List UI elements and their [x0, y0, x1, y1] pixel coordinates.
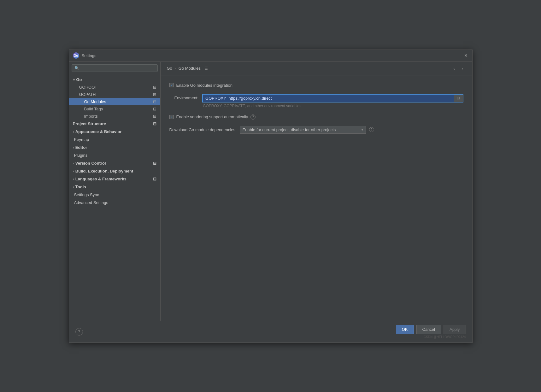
enable-vendoring-checkbox[interactable]	[169, 115, 174, 119]
ok-button[interactable]: OK	[396, 325, 414, 334]
enable-modules-checkbox[interactable]	[169, 83, 174, 87]
download-dependencies-label: Download Go module dependencies:	[169, 127, 237, 132]
environment-row: Environment: ⊟ GOPROXY, GOPRIVATE, and o…	[169, 94, 463, 108]
dialog-title: Settings	[82, 53, 463, 58]
chevron-down-icon: ▾	[73, 77, 75, 82]
environment-input-container: ⊟	[202, 94, 463, 102]
close-button[interactable]: ✕	[463, 53, 468, 58]
sidebar-item-build-execution-label: Build, Execution, Deployment	[75, 169, 133, 173]
sidebar-item-settings-sync[interactable]: Settings Sync	[69, 191, 160, 199]
sidebar-item-project-structure[interactable]: Project Structure ⊟	[69, 120, 160, 128]
settings-icon-lang: ⊟	[153, 177, 156, 181]
dialog-body: 🔍 ▾ Go GOROOT ⊟ GOPATH ⊟	[69, 62, 472, 321]
nav-forward-button[interactable]: ›	[459, 65, 466, 72]
app-icon: Go	[73, 52, 79, 59]
search-input[interactable]	[81, 66, 155, 70]
sidebar-item-go-modules-label: Go Modules	[84, 99, 106, 104]
sidebar-item-plugins-label: Plugins	[74, 153, 88, 158]
breadcrumb-separator: ›	[175, 66, 176, 71]
search-icon: 🔍	[74, 66, 79, 70]
sidebar-item-imports[interactable]: Imports ⊟	[69, 113, 160, 120]
sidebar-item-settings-sync-label: Settings Sync	[74, 192, 99, 197]
content-header: Go › Go Modules ☰ ‹ ›	[161, 62, 472, 75]
chevron-right-icon-4: ›	[73, 169, 74, 173]
help-button[interactable]: ?	[75, 328, 83, 336]
sidebar-item-keymap-label: Keymap	[74, 137, 89, 142]
settings-icon: ⊟	[153, 107, 156, 111]
enable-modules-row: Enable Go modules integration	[169, 83, 463, 88]
sidebar-item-go-label: Go	[76, 77, 82, 82]
enable-vendoring-row: Enable vendoring support automatically ?	[169, 114, 463, 120]
breadcrumb-settings-icon[interactable]: ☰	[204, 66, 208, 71]
sidebar-item-tools[interactable]: › Tools	[69, 183, 160, 191]
cancel-button[interactable]: Cancel	[416, 325, 441, 334]
enable-vendoring-label: Enable vendoring support automatically	[176, 114, 248, 119]
breadcrumb-root: Go	[167, 66, 172, 71]
sidebar-item-gopath-label: GOPATH	[79, 92, 96, 97]
sidebar: 🔍 ▾ Go GOROOT ⊟ GOPATH ⊟	[69, 62, 161, 321]
chevron-right-icon-3: ›	[73, 161, 74, 166]
watermark: CSDN @HELLOWORLD2424	[424, 335, 466, 339]
settings-icon: ⊟	[153, 99, 156, 104]
sidebar-item-advanced-settings-label: Advanced Settings	[74, 200, 108, 205]
environment-input[interactable]	[203, 95, 454, 102]
search-box[interactable]: 🔍	[72, 64, 158, 72]
sidebar-item-build-tags[interactable]: Build Tags ⊟	[69, 105, 160, 113]
nav-tree: ▾ Go GOROOT ⊟ GOPATH ⊟ Go Modules ⊟	[69, 74, 160, 321]
apply-button[interactable]: Apply	[444, 325, 466, 334]
content-nav: ‹ ›	[451, 65, 466, 72]
vendoring-help-icon[interactable]: ?	[250, 114, 256, 120]
environment-label: Environment:	[174, 94, 199, 100]
chevron-right-icon-6: ›	[73, 184, 74, 189]
sidebar-item-build-tags-label: Build Tags	[84, 107, 103, 111]
sidebar-item-editor[interactable]: › Editor	[69, 143, 160, 151]
content-panel: Go › Go Modules ☰ ‹ › Enable Go modules …	[161, 62, 472, 321]
sidebar-item-keymap[interactable]: Keymap	[69, 136, 160, 143]
breadcrumb-current: Go Modules	[179, 66, 201, 71]
sidebar-item-plugins[interactable]: Plugins	[69, 151, 160, 159]
footer-right: OK Cancel Apply CSDN @HELLOWORLD2424	[396, 325, 466, 339]
settings-icon: ⊟	[153, 114, 156, 119]
sidebar-item-languages-label: Languages & Frameworks	[75, 177, 126, 181]
content-body: Enable Go modules integration Environmen…	[161, 75, 472, 321]
download-dependencies-row: Download Go module dependencies: Enable …	[169, 126, 463, 134]
sidebar-item-imports-label: Imports	[84, 114, 98, 119]
title-bar: Go Settings ✕	[69, 50, 472, 62]
sidebar-item-go-modules[interactable]: Go Modules ⊟	[69, 98, 160, 105]
chevron-right-icon: ›	[73, 129, 74, 134]
sidebar-item-appearance-label: Appearance & Behavior	[75, 129, 122, 134]
settings-icon: ⊟	[153, 92, 156, 97]
sidebar-item-project-structure-label: Project Structure	[73, 121, 106, 126]
sidebar-item-advanced-settings[interactable]: Advanced Settings	[69, 199, 160, 207]
settings-icon: ⊟	[153, 85, 156, 90]
sidebar-item-build-execution[interactable]: › Build, Execution, Deployment	[69, 167, 160, 175]
sidebar-item-go[interactable]: ▾ Go	[69, 76, 160, 84]
enable-modules-label: Enable Go modules integration	[176, 83, 233, 88]
sidebar-item-editor-label: Editor	[75, 145, 87, 150]
sidebar-item-version-control[interactable]: › Version Control ⊟	[69, 159, 160, 167]
settings-icon-vc: ⊟	[153, 161, 156, 166]
environment-side-button[interactable]: ⊟	[454, 95, 463, 102]
sidebar-item-appearance[interactable]: › Appearance & Behavior	[69, 128, 160, 136]
nav-back-button[interactable]: ‹	[451, 65, 458, 72]
sidebar-item-version-control-label: Version Control	[75, 161, 106, 166]
environment-hint: GOPROXY, GOPRIVATE, and other environmen…	[202, 104, 463, 108]
footer-left: ?	[75, 328, 83, 336]
sidebar-item-tools-label: Tools	[75, 184, 86, 189]
download-help-icon[interactable]: ?	[369, 127, 374, 132]
dialog-footer: ? OK Cancel Apply CSDN @HELLOWORLD2424	[69, 321, 472, 342]
sidebar-item-gopath[interactable]: GOPATH ⊟	[69, 91, 160, 98]
sidebar-item-languages[interactable]: › Languages & Frameworks ⊟	[69, 175, 160, 183]
chevron-right-icon-2: ›	[73, 145, 74, 150]
settings-icon: ⊟	[153, 121, 156, 126]
dropdown-value: Enable for current project, disable for …	[243, 127, 360, 132]
chevron-right-icon-5: ›	[73, 177, 74, 181]
environment-field-col: ⊟ GOPROXY, GOPRIVATE, and other environm…	[202, 94, 463, 108]
settings-dialog: Go Settings ✕ 🔍 ▾ Go GOROOT	[69, 50, 473, 343]
download-dependencies-dropdown[interactable]: Enable for current project, disable for …	[240, 126, 366, 134]
chevron-down-icon-dropdown: ▾	[362, 128, 363, 132]
sidebar-item-goroot[interactable]: GOROOT ⊟	[69, 84, 160, 91]
sidebar-item-goroot-label: GOROOT	[79, 85, 97, 90]
